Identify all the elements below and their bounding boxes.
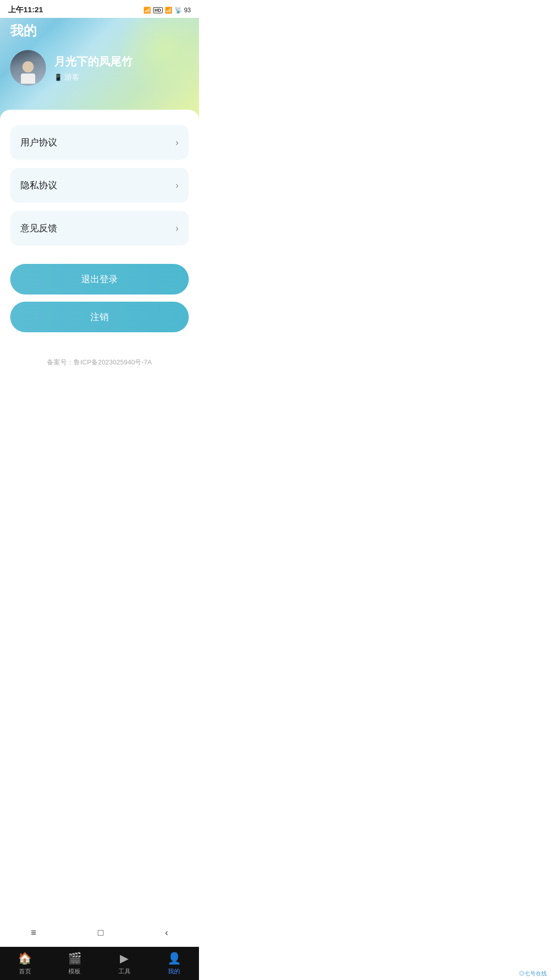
mine-icon: 👤 — [167, 952, 181, 965]
phone-icon: 📱 — [54, 74, 62, 81]
profile-section: 月光下的凤尾竹 📱 游客 — [0, 50, 199, 86]
hd-badge: HD — [153, 7, 163, 13]
bottom-nav: 🏠 首页 🎬 模板 ▶ 工具 👤 我的 — [0, 947, 199, 980]
chevron-right-icon: › — [176, 137, 179, 148]
menu-item-feedback[interactable]: 意见反馈 › — [10, 211, 189, 246]
status-time: 上午11:21 — [8, 5, 43, 15]
profile-name: 月光下的凤尾竹 — [54, 54, 133, 69]
tools-icon: ▶ — [120, 952, 129, 965]
nav-item-home[interactable]: 🏠 首页 — [0, 952, 50, 976]
sys-back-button[interactable]: ‹ — [165, 927, 168, 938]
page-title: 我的 — [0, 18, 199, 50]
icp-info: 备案号：鲁ICP备2023025940号-7A — [10, 358, 189, 367]
chevron-right-icon: › — [176, 180, 179, 191]
menu-item-label: 隐私协议 — [20, 179, 57, 191]
action-buttons: 退出登录 注销 — [10, 264, 189, 332]
profile-role: 📱 游客 — [54, 72, 133, 82]
status-icons: 📶 HD 📶 📡 93 — [143, 7, 191, 14]
nav-label-home: 首页 — [19, 967, 31, 976]
system-nav: ≡ □ ‹ — [0, 922, 199, 943]
cancel-account-button[interactable]: 注销 — [10, 302, 189, 332]
sys-home-button[interactable]: □ — [98, 927, 104, 938]
home-icon: 🏠 — [18, 952, 32, 965]
nav-item-mine[interactable]: 👤 我的 — [149, 952, 199, 976]
menu-item-privacy-policy[interactable]: 隐私协议 › — [10, 168, 189, 203]
nav-item-template[interactable]: 🎬 模板 — [50, 952, 100, 976]
status-bar: 上午11:21 📶 HD 📶 📡 93 — [0, 0, 199, 18]
menu-item-user-agreement[interactable]: 用户协议 › — [10, 125, 189, 160]
battery-icon: 93 — [184, 7, 191, 14]
nav-item-tools[interactable]: ▶ 工具 — [99, 952, 149, 976]
signal2-icon: 📶 — [165, 7, 172, 14]
hero-section: 我的 月光下的凤尾竹 📱 游客 — [0, 18, 199, 120]
menu-item-label: 用户协议 — [20, 136, 57, 149]
profile-info: 月光下的凤尾竹 📱 游客 — [54, 54, 133, 82]
nav-label-template: 模板 — [68, 967, 81, 976]
wifi-icon: 📡 — [174, 7, 182, 14]
nav-label-mine: 我的 — [168, 967, 180, 976]
menu-list: 用户协议 › 隐私协议 › 意见反馈 › — [10, 125, 189, 246]
logout-button[interactable]: 退出登录 — [10, 264, 189, 295]
chevron-right-icon: › — [176, 223, 179, 234]
nav-label-tools: 工具 — [118, 967, 131, 976]
main-content: 用户协议 › 隐私协议 › 意见反馈 › 退出登录 注销 备案号：鲁ICP备20… — [0, 110, 199, 416]
avatar[interactable] — [10, 50, 46, 86]
sys-menu-button[interactable]: ≡ — [31, 927, 36, 938]
menu-item-label: 意见反馈 — [20, 222, 57, 234]
signal-icon: 📶 — [143, 7, 151, 14]
template-icon: 🎬 — [68, 952, 82, 965]
